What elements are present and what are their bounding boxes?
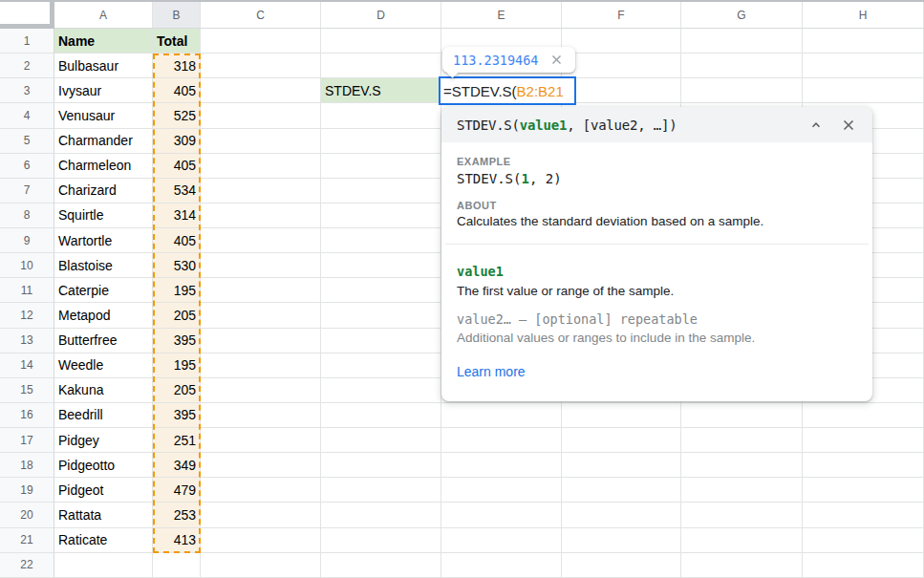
cell-C18[interactable] [201, 453, 321, 478]
cell-A13[interactable]: Butterfree [54, 329, 153, 353]
cell-D21[interactable] [321, 528, 441, 553]
cell-A18[interactable]: Pidgeotto [54, 453, 153, 478]
cell-D18[interactable] [321, 453, 441, 478]
cell-E17[interactable] [441, 428, 562, 453]
cell-G1[interactable] [681, 29, 803, 54]
cell-C5[interactable] [201, 129, 321, 154]
cell-B20[interactable]: 253 [153, 503, 201, 527]
cell-B21[interactable]: 413 [153, 528, 201, 553]
cell-D1[interactable] [321, 29, 441, 54]
cell-B22[interactable] [153, 553, 201, 578]
cell-E21[interactable] [441, 528, 562, 553]
cell-G18[interactable] [681, 453, 803, 478]
cell-C15[interactable] [201, 378, 321, 403]
row-header-1[interactable]: 1 [0, 29, 54, 54]
cell-C11[interactable] [201, 278, 321, 303]
cell-A9[interactable]: Wartortle [54, 228, 153, 253]
cell-H16[interactable] [803, 403, 924, 428]
cell-A11[interactable]: Caterpie [54, 278, 153, 303]
cell-H18[interactable] [803, 453, 924, 478]
cell-E18[interactable] [441, 453, 562, 478]
row-header-20[interactable]: 20 [0, 503, 54, 527]
row-header-22[interactable]: 22 [0, 553, 54, 578]
cell-H2[interactable] [803, 54, 924, 78]
close-help-icon[interactable] [838, 115, 859, 136]
cell-B4[interactable]: 525 [153, 103, 201, 128]
cell-H17[interactable] [803, 428, 924, 453]
row-header-21[interactable]: 21 [0, 528, 54, 553]
row-header-11[interactable]: 11 [0, 278, 54, 303]
close-icon[interactable] [546, 50, 567, 71]
cell-A21[interactable]: Raticate [54, 528, 153, 553]
cell-F22[interactable] [562, 553, 681, 578]
cell-D3[interactable]: STDEV.S [321, 78, 441, 103]
row-header-12[interactable]: 12 [0, 303, 54, 328]
cell-F19[interactable] [562, 478, 681, 503]
row-header-18[interactable]: 18 [0, 453, 54, 478]
cell-D5[interactable] [321, 129, 441, 154]
row-header-8[interactable]: 8 [0, 203, 54, 228]
cell-A6[interactable]: Charmeleon [54, 154, 153, 179]
cell-H19[interactable] [803, 478, 924, 503]
cell-B14[interactable]: 195 [153, 353, 201, 378]
cell-H21[interactable] [803, 528, 924, 553]
cell-D17[interactable] [321, 428, 441, 453]
row-header-10[interactable]: 10 [0, 253, 54, 278]
cell-C2[interactable] [201, 54, 321, 78]
cell-B2[interactable]: 318 [153, 54, 201, 78]
cell-A17[interactable]: Pidgey [54, 428, 153, 453]
cell-B9[interactable]: 405 [153, 228, 201, 253]
row-header-17[interactable]: 17 [0, 428, 54, 453]
cell-D10[interactable] [321, 253, 441, 278]
column-header-B[interactable]: B [153, 2, 201, 29]
cell-B11[interactable]: 195 [153, 278, 201, 303]
row-header-16[interactable]: 16 [0, 403, 54, 428]
column-header-H[interactable]: H [803, 2, 924, 29]
cell-D9[interactable] [321, 228, 441, 253]
cell-G16[interactable] [681, 403, 803, 428]
cell-H3[interactable] [803, 78, 924, 103]
cell-H1[interactable] [803, 29, 924, 54]
cell-C1[interactable] [201, 29, 321, 54]
cell-C13[interactable] [201, 329, 321, 353]
row-header-13[interactable]: 13 [0, 329, 54, 353]
cell-D19[interactable] [321, 478, 441, 503]
row-header-2[interactable]: 2 [0, 54, 54, 78]
cell-A15[interactable]: Kakuna [54, 378, 153, 403]
cell-D11[interactable] [321, 278, 441, 303]
cell-A14[interactable]: Weedle [54, 353, 153, 378]
cell-B1[interactable]: Total [153, 29, 201, 54]
row-header-6[interactable]: 6 [0, 154, 54, 179]
cell-F2[interactable] [562, 54, 681, 78]
cell-B3[interactable]: 405 [153, 78, 201, 103]
cell-C4[interactable] [201, 103, 321, 128]
cell-C10[interactable] [201, 253, 321, 278]
cell-A5[interactable]: Charmander [54, 129, 153, 154]
cell-F3[interactable] [562, 78, 681, 103]
column-header-E[interactable]: E [441, 2, 562, 29]
cell-G17[interactable] [681, 428, 803, 453]
cell-A8[interactable]: Squirtle [54, 203, 153, 228]
column-header-C[interactable]: C [201, 2, 321, 29]
learn-more-link[interactable]: Learn more [457, 364, 526, 379]
cell-F16[interactable] [562, 403, 681, 428]
cell-B10[interactable]: 530 [153, 253, 201, 278]
cell-D4[interactable] [321, 103, 441, 128]
cell-E20[interactable] [441, 503, 562, 527]
cell-C14[interactable] [201, 353, 321, 378]
row-header-19[interactable]: 19 [0, 478, 54, 503]
cell-A1[interactable]: Name [54, 29, 153, 54]
cell-C3[interactable] [201, 78, 321, 103]
cell-B18[interactable]: 349 [153, 453, 201, 478]
cell-C8[interactable] [201, 203, 321, 228]
cell-C19[interactable] [201, 478, 321, 503]
cell-C7[interactable] [201, 179, 321, 203]
cell-B6[interactable]: 405 [153, 154, 201, 179]
cell-G3[interactable] [681, 78, 803, 103]
cell-F1[interactable] [562, 29, 681, 54]
row-header-3[interactable]: 3 [0, 78, 54, 103]
row-header-5[interactable]: 5 [0, 129, 54, 154]
cell-A4[interactable]: Venusaur [54, 103, 153, 128]
cell-F20[interactable] [562, 503, 681, 527]
cell-A22[interactable] [54, 553, 153, 578]
